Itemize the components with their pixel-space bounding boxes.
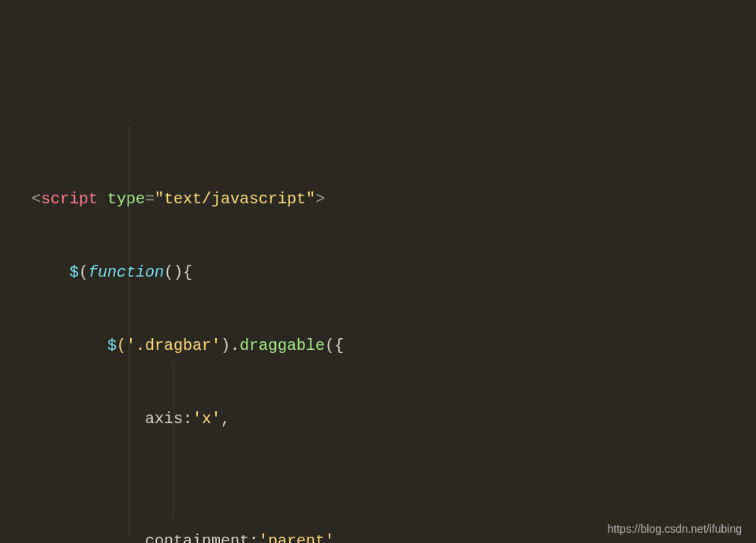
watermark-text: https://blog.csdn.net/ifubing <box>608 523 742 535</box>
code-line: $('.dragbar').draggable({ <box>0 333 756 358</box>
indent-guide <box>173 361 174 519</box>
code-line: $(function(){ <box>0 260 756 285</box>
code-line: axis:'x', <box>0 407 756 431</box>
indent-guide <box>128 126 129 536</box>
code-line: <script type="text/javascript"> <box>0 187 756 211</box>
code-editor: <script type="text/javascript"> $(functi… <box>0 65 756 543</box>
